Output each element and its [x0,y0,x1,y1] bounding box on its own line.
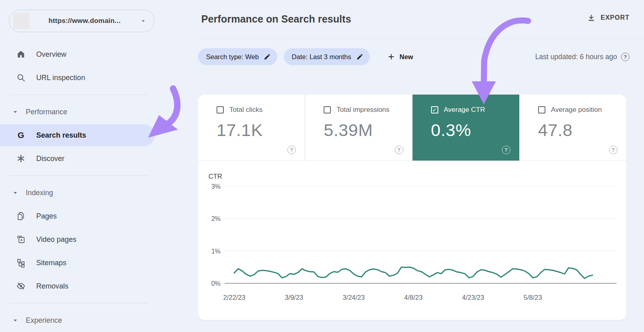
x-tick-label: 2/22/23 [223,294,245,301]
checkbox-unchecked-icon[interactable] [538,106,545,113]
discover-icon [16,154,26,163]
filter-bar: Search type: Web Date: Last 3 months New… [198,48,630,65]
sidebar: https://www.domain... OverviewURL inspec… [0,0,189,332]
sidebar-item-label: Overview [36,50,66,59]
sidebar-item-label: Search results [36,131,86,140]
sidebar-item-discover[interactable]: Discover [0,147,189,170]
sidebar-item-video-pages[interactable]: Video pages [0,228,189,251]
checkbox-unchecked-icon[interactable] [217,106,224,113]
home-icon [16,49,26,59]
ctr-line-chart: CTR3%2%1%0%2/22/233/9/233/24/234/8/234/2… [198,161,626,320]
y-axis-title: CTR [208,173,222,180]
export-label: EXPORT [601,14,630,21]
help-icon[interactable]: ? [609,146,617,154]
pencil-icon [356,53,363,60]
metric-label: Total impressions [336,106,389,114]
metric-card-head: Average position [538,106,626,114]
sidebar-section-label: Experience [26,316,62,325]
metric-card-head: Total impressions [324,106,412,114]
filter-chip-date[interactable]: Date: Last 3 months [284,48,370,65]
sidebar-item-label: URL inspection [36,74,85,82]
metric-card-total-impressions[interactable]: Total impressions5.39M? [305,95,412,161]
sidebar-item-overview[interactable]: Overview [0,43,189,66]
sidebar-item-search-results[interactable]: GSearch results [0,124,155,146]
last-updated-status: Last updated: 6 hours ago ? [535,53,630,61]
google-g-icon: G [16,130,26,140]
sidebar-item-pages[interactable]: Pages [0,204,189,228]
x-tick-label: 5/8/23 [524,294,542,301]
sidebar-item-sitemaps[interactable]: Sitemaps [0,251,189,274]
metric-card-head: Total clicks [217,106,305,114]
pencil-icon [264,53,271,60]
filter-chip-label: Date: Last 3 months [292,53,351,61]
metric-value: 5.39M [324,120,412,140]
pages-icon [16,211,26,221]
x-tick-label: 3/9/23 [285,294,303,301]
sidebar-item-label: Removals [36,282,68,291]
sidebar-divider [10,95,147,95]
y-tick-label: 1% [211,248,221,255]
video-pages-icon [16,235,26,244]
plus-icon [387,52,396,61]
metric-label: Average position [551,106,602,114]
sidebar-item-url-inspection[interactable]: URL inspection [0,66,189,89]
site-favicon-placeholder [13,13,29,29]
metric-card-total-clicks[interactable]: Total clicks17.1K? [198,95,305,161]
property-selector[interactable]: https://www.domain... [9,10,155,32]
sidebar-item-label: Discover [36,155,64,163]
metric-value: 17.1K [217,120,305,140]
header-divider [198,38,644,39]
performance-card: Total clicks17.1K?Total impressions5.39M… [198,95,626,320]
chevron-down-icon [140,17,147,25]
y-tick-label: 3% [211,183,221,190]
filter-chip-label: Search type: Web [206,53,259,61]
sidebar-divider [10,175,147,176]
x-tick-label: 4/8/23 [404,294,423,301]
sidebar-item-label: Sitemaps [36,259,66,267]
metrics-row: Total clicks17.1K?Total impressions5.39M… [198,95,626,161]
new-filter-label: New [400,53,413,61]
caret-down-icon [11,108,19,116]
last-updated-text: Last updated: 6 hours ago [535,53,617,61]
metric-value: 47.8 [538,120,626,140]
help-icon[interactable]: ? [287,146,296,154]
help-icon[interactable]: ? [621,53,630,61]
caret-down-icon [11,316,19,324]
property-url-label: https://www.domain... [35,17,134,25]
sidebar-divider [10,303,147,303]
ctr-series-line [234,267,592,278]
sidebar-item-label: Video pages [36,235,76,244]
filter-chip-search-type[interactable]: Search type: Web [198,48,277,65]
sidebar-item-removals[interactable]: Removals [0,274,189,298]
sidebar-section-performance[interactable]: Performance [0,100,189,124]
metric-card-head: ✓Average CTR [431,106,519,114]
sidebar-section-indexing[interactable]: Indexing [0,181,189,204]
metric-value: 0.3% [431,120,519,140]
metric-card-average-ctr[interactable]: ✓Average CTR0.3%? [413,95,520,161]
y-tick-label: 0% [211,280,221,287]
x-tick-label: 3/24/23 [343,294,365,301]
sidebar-section-experience[interactable]: Experience [0,309,189,332]
help-icon[interactable]: ? [395,146,403,154]
search-icon [16,73,26,82]
download-icon [587,13,596,22]
sitemaps-icon [16,258,26,268]
page-title: Performance on Search results [201,13,351,25]
sidebar-section-label: Indexing [26,189,53,197]
checkbox-checked-icon[interactable]: ✓ [431,106,438,113]
metric-card-average-position[interactable]: Average position47.8? [520,95,626,161]
caret-down-icon [11,189,19,197]
metric-label: Total clicks [229,106,262,114]
metric-label: Average CTR [444,106,485,114]
sidebar-section-label: Performance [26,108,67,116]
checkbox-unchecked-icon[interactable] [324,106,331,113]
y-tick-label: 2% [211,215,221,222]
removals-icon [16,281,26,291]
x-tick-label: 4/23/23 [462,294,484,301]
export-button[interactable]: EXPORT [587,13,630,22]
new-filter-button[interactable]: New [387,52,413,61]
sidebar-item-label: Pages [36,212,57,221]
help-icon[interactable]: ? [502,146,510,154]
